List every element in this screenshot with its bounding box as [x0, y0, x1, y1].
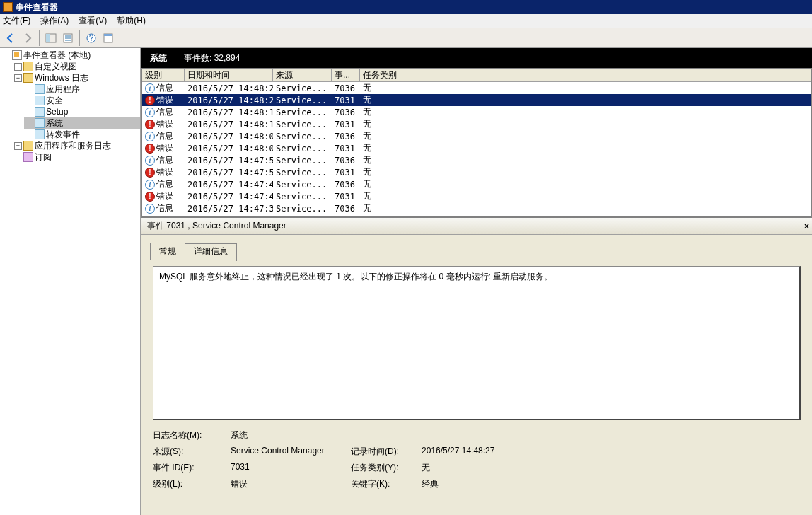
event-count: 事件数: 32,894 — [184, 52, 240, 64]
properties-button[interactable] — [60, 30, 76, 46]
collapse-icon[interactable]: − — [14, 74, 22, 82]
info-icon — [145, 180, 155, 190]
back-button[interactable] — [3, 30, 18, 46]
forward-button[interactable] — [20, 30, 35, 46]
menu-file[interactable]: 文件(F) — [3, 15, 30, 27]
event-row[interactable]: 信息2016/5/27 14:48:15Service...7036无 — [142, 106, 811, 118]
details-title-bar: 事件 7031 , Service Control Manager × — [141, 218, 812, 235]
lbl-keywords: 关键字(K): — [351, 476, 422, 492]
event-properties: 日志名称(M): 系统 来源(S): Service Control Manag… — [153, 427, 801, 492]
log-icon — [35, 107, 45, 117]
col-category[interactable]: 任务类别 — [360, 69, 441, 81]
title-bar: 事件查看器 — [0, 0, 812, 14]
toolbar-sep-2 — [79, 30, 80, 46]
info-icon — [145, 83, 155, 93]
tree-subscriptions[interactable]: 订阅 — [13, 151, 140, 163]
app-icon — [3, 2, 13, 12]
tab-details[interactable]: 详细信息 — [185, 243, 237, 261]
menu-action[interactable]: 操作(A) — [40, 15, 69, 27]
folder-icon — [23, 62, 33, 71]
error-icon — [145, 96, 155, 105]
event-row[interactable]: 信息2016/5/27 14:48:07Service...7036无 — [142, 130, 811, 142]
menu-bar: 文件(F) 操作(A) 查看(V) 帮助(H) — [0, 14, 812, 28]
val-taskcat: 无 — [422, 460, 499, 476]
tree-security[interactable]: 安全 — [24, 95, 140, 106]
val-source: Service Control Manager — [231, 444, 351, 460]
lbl-taskcat: 任务类别(Y): — [351, 460, 422, 476]
col-source[interactable]: 来源 — [273, 69, 332, 81]
col-level[interactable]: 级别 — [142, 69, 185, 81]
event-description[interactable]: MySQL 服务意外地终止，这种情况已经出现了 1 次。以下的修正操作将在 0 … — [153, 266, 801, 420]
help-button[interactable]: ? — [83, 30, 99, 46]
log-icon — [35, 84, 45, 94]
grid-header: 级别 日期和时间 来源 事... 任务类别 — [142, 69, 811, 82]
tree-forwarded[interactable]: 转发事件 — [24, 129, 140, 140]
val-level: 错误 — [231, 476, 351, 492]
info-icon — [145, 132, 155, 141]
tree-windows-logs[interactable]: −Windows 日志 — [13, 72, 140, 83]
detail-tabs: 常规 详细信息 — [150, 242, 812, 260]
tree-root[interactable]: 事件查看器 (本地) — [1, 50, 140, 61]
tree-setup[interactable]: Setup — [24, 106, 140, 117]
error-icon — [145, 192, 155, 202]
error-icon — [145, 144, 155, 154]
log-header: 系统 事件数: 32,894 — [141, 48, 812, 68]
folder-icon — [23, 141, 33, 151]
subscription-icon — [23, 152, 33, 162]
log-icon — [35, 129, 45, 139]
folder-icon — [23, 73, 33, 83]
event-row[interactable]: 错误2016/5/27 14:48:27Service...7031无 — [142, 94, 811, 106]
tree-app-service-logs[interactable]: +应用程序和服务日志 — [13, 140, 140, 151]
svg-rect-1 — [46, 34, 50, 42]
toolbar: ? — [0, 28, 812, 48]
val-logged: 2016/5/27 14:48:27 — [422, 444, 499, 460]
error-icon — [145, 168, 155, 178]
lbl-source: 来源(S): — [153, 444, 231, 460]
lbl-log-name: 日志名称(M): — [153, 427, 231, 444]
svg-rect-9 — [104, 34, 112, 36]
menu-help[interactable]: 帮助(H) — [117, 15, 146, 27]
error-icon — [145, 216, 155, 216]
refresh-button[interactable] — [100, 30, 116, 46]
grid-body[interactable]: 信息2016/5/27 14:48:28Service...7036无错误201… — [142, 82, 811, 216]
menu-view[interactable]: 查看(V) — [79, 15, 107, 27]
event-row[interactable]: 信息2016/5/27 14:48:28Service...7036无 — [142, 82, 811, 94]
details-title: 事件 7031 , Service Control Manager — [147, 220, 286, 232]
svg-text:?: ? — [89, 33, 94, 43]
tree-application[interactable]: 应用程序 — [24, 83, 140, 95]
tab-general[interactable]: 常规 — [150, 243, 185, 260]
lbl-eventid: 事件 ID(E): — [153, 460, 231, 476]
expand-icon[interactable]: + — [14, 142, 22, 150]
event-row[interactable]: 错误2016/5/27 14:47:47Service...7031无 — [142, 190, 811, 202]
col-eventid[interactable]: 事... — [332, 69, 360, 81]
event-row[interactable]: 错误2016/5/27 14:47:36Service...7031无 — [142, 214, 811, 216]
close-icon[interactable]: × — [804, 221, 809, 231]
log-header-title: 系统 — [150, 52, 167, 64]
info-icon — [145, 108, 155, 117]
toolbar-sep — [39, 30, 40, 46]
val-log-name: 系统 — [231, 427, 351, 444]
event-row[interactable]: 错误2016/5/27 14:47:57Service...7031无 — [142, 166, 811, 178]
log-icon — [35, 118, 45, 128]
event-row[interactable]: 信息2016/5/27 14:47:58Service...7036无 — [142, 154, 811, 166]
event-row[interactable]: 错误2016/5/27 14:48:14Service...7031无 — [142, 118, 811, 130]
lbl-logged: 记录时间(D): — [351, 444, 422, 460]
val-keywords: 经典 — [422, 476, 499, 492]
expand-icon[interactable]: + — [14, 63, 22, 71]
show-hide-tree-button[interactable] — [43, 30, 59, 46]
col-spacer — [441, 69, 811, 81]
app-title: 事件查看器 — [16, 1, 58, 13]
col-datetime[interactable]: 日期和时间 — [185, 69, 273, 81]
tree-pane[interactable]: 事件查看器 (本地) +自定义视图 −Windows 日志 应用程序 安全 Se… — [0, 48, 141, 515]
log-icon — [35, 96, 45, 105]
event-row[interactable]: 信息2016/5/27 14:47:48Service...7036无 — [142, 178, 811, 190]
lbl-level: 级别(L): — [153, 476, 231, 492]
event-viewer-icon — [12, 50, 22, 60]
event-row[interactable]: 错误2016/5/27 14:48:06Service...7031无 — [142, 142, 811, 154]
event-grid: 级别 日期和时间 来源 事... 任务类别 信息2016/5/27 14:48:… — [141, 68, 812, 216]
tab-divider — [150, 260, 804, 260]
tree-system[interactable]: 系统 — [24, 117, 140, 129]
event-row[interactable]: 信息2016/5/27 14:47:37Service...7036无 — [142, 202, 811, 214]
tree-custom-views[interactable]: +自定义视图 — [13, 61, 140, 72]
val-eventid: 7031 — [231, 460, 351, 476]
